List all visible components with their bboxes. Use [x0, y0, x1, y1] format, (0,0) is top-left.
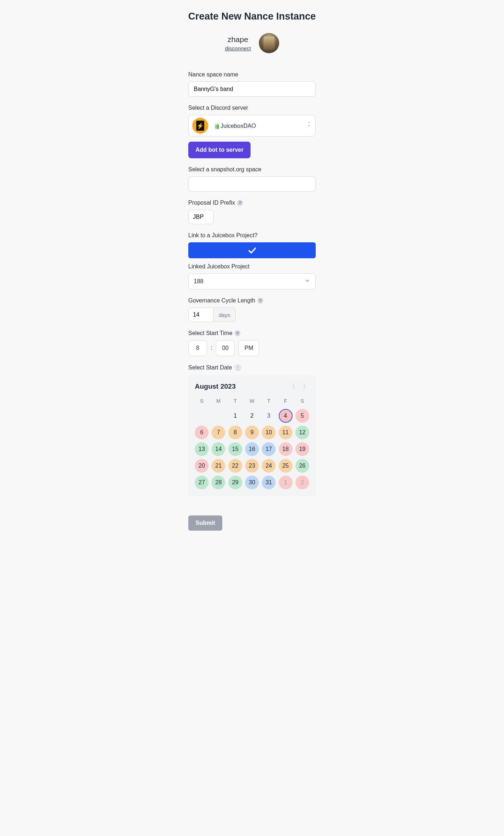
calendar-dow: W	[245, 398, 259, 404]
cycle-length-unit: days	[214, 308, 236, 322]
calendar-day[interactable]: 24	[262, 459, 276, 473]
calendar: August 2023 〈 〉 SMTWTFS 1234567891011121…	[188, 375, 316, 497]
calendar-title: August 2023	[195, 383, 236, 390]
prefix-input[interactable]	[188, 210, 214, 224]
calendar-day[interactable]: 5	[295, 409, 309, 423]
calendar-day[interactable]: 20	[195, 459, 209, 473]
calendar-day[interactable]: 19	[295, 442, 309, 456]
discord-server-name: 🧃JuiceboxDAO	[213, 122, 256, 129]
minute-input[interactable]: 00	[216, 340, 235, 356]
avatar	[259, 33, 279, 53]
calendar-prev[interactable]: 〈	[289, 382, 295, 391]
snapshot-input[interactable]	[188, 176, 316, 192]
link-project-toggle[interactable]	[188, 242, 316, 258]
time-colon: :	[211, 345, 212, 351]
calendar-day[interactable]: 13	[195, 442, 209, 456]
calendar-day[interactable]: 31	[262, 476, 276, 489]
add-bot-button[interactable]: Add bot to server	[188, 142, 251, 158]
user-row: zhape disconnect	[143, 33, 361, 53]
discord-label: Select a Discord server	[188, 105, 316, 111]
calendar-day[interactable]: 29	[228, 476, 242, 489]
calendar-dow: T	[228, 398, 242, 404]
chevron-updown-icon: ˄˅	[308, 123, 310, 129]
calendar-day[interactable]: 18	[279, 442, 293, 456]
username: zhape	[225, 35, 251, 44]
linked-project-select[interactable]: 188	[188, 273, 316, 289]
calendar-day[interactable]: 11	[279, 426, 293, 439]
calendar-day[interactable]: 2	[295, 476, 309, 489]
help-icon[interactable]: ?	[235, 330, 240, 336]
calendar-day[interactable]: 10	[262, 426, 276, 439]
cycle-length-input[interactable]	[188, 308, 214, 322]
calendar-day[interactable]: 27	[195, 476, 209, 489]
calendar-dow: S	[195, 398, 209, 404]
ampm-input[interactable]: PM	[238, 340, 259, 356]
help-icon[interactable]: ?	[257, 298, 263, 304]
submit-button[interactable]: Submit	[188, 515, 222, 531]
calendar-day[interactable]: 8	[228, 426, 242, 439]
calendar-day[interactable]: 7	[211, 426, 225, 439]
linked-project-value: 188	[194, 278, 203, 285]
prefix-label: Proposal ID Prefix ?	[188, 200, 316, 206]
calendar-day[interactable]: 23	[245, 459, 259, 473]
space-name-label: Nance space name	[188, 71, 316, 78]
more-icon[interactable]: ⋮	[234, 364, 242, 371]
calendar-dow: S	[295, 398, 309, 404]
start-time-label: Select Start Time ?	[188, 330, 316, 337]
link-project-label: Link to a Juicebox Project?	[188, 232, 316, 239]
linked-project-label: Linked Juicebox Project	[188, 263, 316, 270]
calendar-day[interactable]: 2	[245, 409, 259, 423]
calendar-day[interactable]: 22	[228, 459, 242, 473]
discord-select[interactable]: ⚡ 🧃JuiceboxDAO ˄˅	[188, 115, 316, 137]
page-title: Create New Nance Instance	[143, 11, 361, 22]
calendar-day[interactable]: 30	[245, 476, 259, 489]
calendar-day[interactable]: 25	[279, 459, 293, 473]
calendar-day[interactable]: 15	[228, 442, 242, 456]
calendar-day[interactable]: 1	[279, 476, 293, 489]
calendar-day[interactable]: 26	[295, 459, 309, 473]
calendar-next[interactable]: 〉	[303, 382, 309, 391]
help-icon[interactable]: ?	[237, 200, 243, 206]
cycle-length-label: Governance Cycle Length ?	[188, 297, 316, 304]
calendar-day[interactable]: 12	[295, 426, 309, 439]
calendar-day[interactable]: 28	[211, 476, 225, 489]
snapshot-label: Select a snapshot.org space	[188, 166, 316, 173]
calendar-day[interactable]: 14	[211, 442, 225, 456]
chevron-down-icon	[304, 278, 310, 285]
calendar-day[interactable]: 16	[245, 442, 259, 456]
calendar-day[interactable]: 9	[245, 426, 259, 439]
disconnect-link[interactable]: disconnect	[225, 45, 251, 51]
calendar-day[interactable]: 17	[262, 442, 276, 456]
calendar-day[interactable]: 21	[211, 459, 225, 473]
calendar-dow: T	[262, 398, 276, 404]
calendar-day[interactable]: 4	[279, 409, 293, 423]
discord-server-icon: ⚡	[192, 118, 208, 134]
check-icon	[247, 245, 257, 255]
calendar-day[interactable]: 1	[228, 409, 242, 423]
start-date-label: Select Start Date ⋮	[188, 364, 316, 371]
hour-input[interactable]: 8	[188, 340, 207, 356]
space-name-input[interactable]	[188, 81, 316, 97]
calendar-dow: M	[211, 398, 225, 404]
calendar-dow: F	[279, 398, 293, 404]
calendar-day[interactable]: 3	[262, 409, 276, 423]
calendar-day[interactable]: 6	[195, 426, 209, 439]
